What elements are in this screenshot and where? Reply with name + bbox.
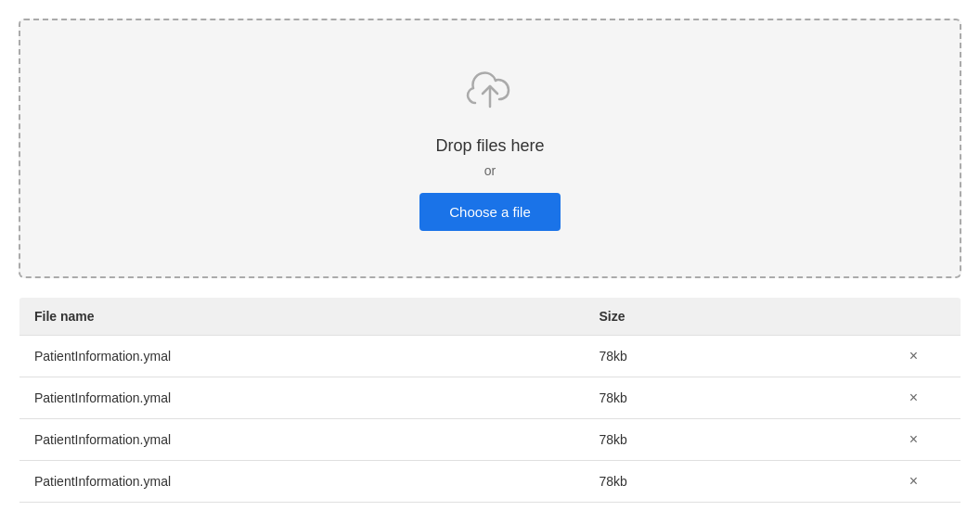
choose-file-button[interactable]: Choose a file (419, 193, 561, 231)
file-table: File name Size PatientInformation.ymal78… (19, 297, 961, 511)
table-row: PatientInformation.ymal78kb× (19, 377, 961, 419)
table-row: PatientInformation.ymal78kb× (19, 419, 961, 461)
file-name-cell: PatientInformation.ymal (19, 461, 585, 503)
table-row: PatientInformation.ymal78kb× (19, 336, 961, 377)
file-name-cell: PatientInformation.ymal (19, 503, 585, 512)
file-name-cell: PatientInformation.ymal (19, 377, 585, 419)
drop-files-text: Drop files here (435, 136, 544, 156)
file-action-cell: × (867, 461, 961, 503)
column-header-size: Size (585, 298, 868, 336)
column-header-name: File name (19, 298, 585, 336)
file-size-cell: 78kb (585, 419, 868, 461)
file-action-cell: × (867, 336, 961, 377)
file-size-cell: 78kb (585, 503, 868, 512)
file-action-cell: × (867, 377, 961, 419)
file-name-cell: PatientInformation.ymal (19, 419, 585, 461)
file-name-cell: PatientInformation.ymal (19, 336, 585, 377)
file-size-cell: 78kb (585, 336, 868, 377)
table-row: PatientInformation.ymal78kb× (19, 461, 961, 503)
file-size-cell: 78kb (585, 461, 868, 503)
table-header-row: File name Size (19, 298, 961, 336)
remove-file-button[interactable]: × (904, 472, 923, 491)
file-action-cell: × (867, 503, 961, 512)
or-text: or (484, 163, 496, 178)
remove-file-button[interactable]: × (904, 389, 923, 407)
drop-zone[interactable]: Drop files here or Choose a file (19, 19, 961, 278)
file-size-cell: 78kb (585, 377, 868, 419)
remove-file-button[interactable]: × (904, 430, 923, 449)
upload-cloud-icon (464, 66, 516, 121)
table-row: PatientInformation.ymal78kb× (19, 503, 961, 512)
column-header-action (867, 298, 961, 336)
file-action-cell: × (867, 419, 961, 461)
remove-file-button[interactable]: × (904, 347, 923, 365)
